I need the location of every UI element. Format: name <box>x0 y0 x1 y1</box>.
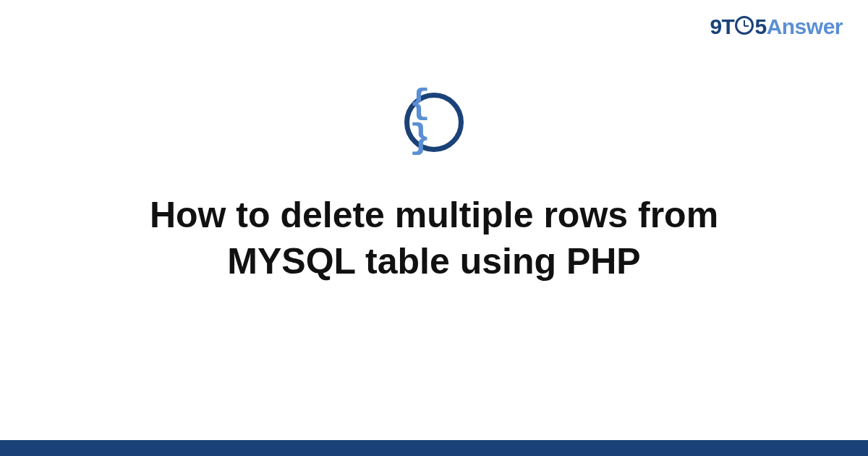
code-braces-icon: { } <box>409 86 459 156</box>
logo-text-9t: 9T <box>710 14 734 39</box>
main-content: { } How to delete multiple rows from MYS… <box>0 93 868 284</box>
page-title: How to delete multiple rows from MYSQL t… <box>54 192 814 284</box>
category-badge: { } <box>404 93 464 152</box>
site-logo: 9T 5 Answer <box>710 14 843 39</box>
footer-accent-bar <box>0 440 868 456</box>
logo-text-5: 5 <box>754 14 766 39</box>
clock-icon <box>735 16 754 35</box>
logo-text-answer: Answer <box>767 14 843 39</box>
